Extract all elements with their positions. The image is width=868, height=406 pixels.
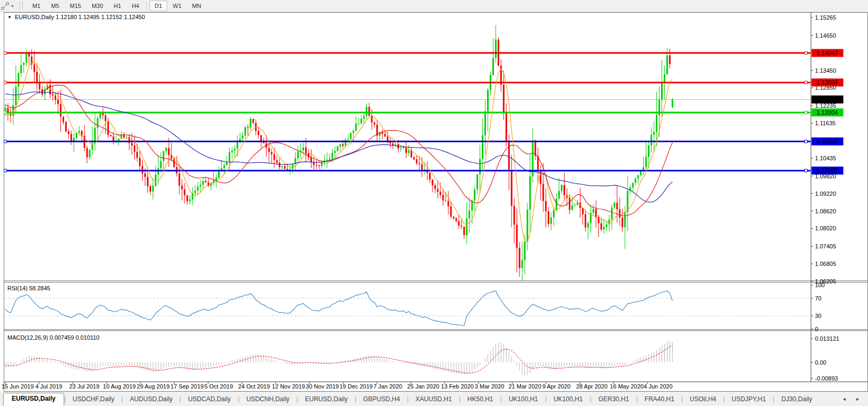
chart-tab-usdcnh-daily[interactable]: USDCNH,Daily — [239, 394, 296, 406]
svg-text:4 Jun 2020: 4 Jun 2020 — [644, 383, 672, 390]
svg-text:28 Apr 2020: 28 Apr 2020 — [576, 383, 607, 390]
svg-text:16 May 2020: 16 May 2020 — [610, 383, 644, 390]
svg-text:3 Mar 2020: 3 Mar 2020 — [475, 383, 505, 390]
chart-window-frame — [4, 13, 868, 392]
chart-collapse-icon[interactable]: ▼ — [7, 15, 12, 20]
svg-text:0.013121: 0.013121 — [815, 335, 839, 342]
hline-handle[interactable] — [4, 81, 7, 84]
chart-tab-usdcad-daily[interactable]: USDCAD,Daily — [181, 394, 238, 406]
svg-text:1.08020: 1.08020 — [815, 225, 836, 231]
tab-scroll-arrows[interactable]: ◄ ► — [838, 396, 868, 406]
svg-text:1.10008: 1.10008 — [817, 167, 838, 174]
chart-tab-audusd-daily[interactable]: AUDUSD,Daily — [123, 394, 180, 406]
svg-text:7 Jan 2020: 7 Jan 2020 — [374, 383, 402, 390]
chart-tab-usdchf-daily[interactable]: USDCHF,Daily — [66, 394, 121, 406]
svg-text:30 Nov 2019: 30 Nov 2019 — [306, 383, 338, 390]
svg-text:1.12450: 1.12450 — [817, 96, 838, 102]
svg-text:1.11635: 1.11635 — [815, 120, 836, 126]
svg-text:1.12235: 1.12235 — [815, 102, 836, 109]
svg-text:1.15265: 1.15265 — [815, 14, 836, 21]
chart-tab-usdjpy-h1[interactable]: USDJPY,H1 — [725, 394, 772, 406]
svg-text:1.10435: 1.10435 — [815, 155, 836, 161]
chart-tab-eurusd-daily[interactable]: EURUSD,Daily — [3, 393, 64, 406]
svg-text:30: 30 — [815, 313, 821, 319]
chart-tab-bar: EURUSD,Daily|USDCHF,Daily|AUDUSD,Daily|U… — [0, 392, 868, 406]
chart-tab-gbpusd-h4[interactable]: GBPUSD,H4 — [357, 394, 407, 406]
svg-text:12 Nov 2019: 12 Nov 2019 — [272, 383, 305, 390]
hline-handle[interactable] — [4, 51, 7, 54]
svg-text:1.11009: 1.11009 — [817, 138, 838, 144]
hline-handle[interactable] — [805, 51, 808, 54]
svg-text:1.13034: 1.13034 — [817, 79, 838, 85]
svg-text:15 Jun 2019: 15 Jun 2019 — [2, 383, 34, 390]
chart-title: EURUSD,Daily 1.12180 1.12495 1.12152 1.1… — [15, 14, 145, 20]
svg-text:5 Oct 2019: 5 Oct 2019 — [204, 383, 233, 390]
svg-text:70: 70 — [815, 295, 821, 301]
chart-tab-uk100-h1[interactable]: UK100,H1 — [546, 394, 589, 406]
svg-text:-0.00893: -0.00893 — [815, 375, 838, 382]
chart-tab-eurusd-daily[interactable]: EURUSD,Daily — [298, 394, 355, 406]
chart-tab-dj30-daily[interactable]: DJ30,Daily — [775, 394, 819, 406]
svg-text:9 Apr 2020: 9 Apr 2020 — [542, 383, 570, 390]
svg-text:1.12004: 1.12004 — [817, 109, 838, 116]
chart-tab-xauusd-h1[interactable]: XAUUSD,H1 — [409, 394, 459, 406]
chart-tab-uk100-h1[interactable]: UK100,H1 — [502, 394, 545, 406]
svg-text:1.14047: 1.14047 — [817, 50, 838, 56]
svg-text:1.07405: 1.07405 — [815, 243, 836, 249]
hline-handle[interactable] — [805, 81, 808, 84]
svg-text:1.14650: 1.14650 — [815, 32, 836, 39]
chart-tab-hk50-h1[interactable]: HK50,H1 — [461, 394, 500, 406]
svg-text:23 Jul 2019: 23 Jul 2019 — [69, 383, 99, 390]
hline-handle[interactable] — [805, 111, 808, 114]
svg-text:1.06805: 1.06805 — [815, 261, 836, 267]
svg-text:19 Dec 2019: 19 Dec 2019 — [340, 383, 372, 390]
hline-handle[interactable] — [4, 169, 7, 172]
svg-text:29 Aug 2019: 29 Aug 2019 — [137, 383, 170, 390]
svg-text:1.08620: 1.08620 — [815, 208, 836, 214]
svg-text:21 Mar 2020: 21 Mar 2020 — [509, 383, 542, 390]
svg-text:0.00: 0.00 — [815, 359, 826, 366]
chart-tab-fra40-h1[interactable]: FRA40,H1 — [638, 394, 681, 406]
svg-text:13 Feb 2020: 13 Feb 2020 — [441, 383, 474, 390]
svg-text:10 Aug 2019: 10 Aug 2019 — [103, 383, 136, 390]
rsi-label: RSI(14) 58.2845 — [7, 285, 50, 291]
chart-tab-usoil-h4[interactable]: USOil,H4 — [683, 394, 723, 406]
svg-text:1.13450: 1.13450 — [815, 67, 836, 74]
svg-text:4 Jul 2019: 4 Jul 2019 — [36, 383, 63, 390]
hline-handle[interactable] — [4, 140, 7, 143]
chart-tab-ger30-h1[interactable]: GER30,H1 — [592, 394, 636, 406]
hline-handle[interactable] — [4, 111, 7, 114]
svg-text:25 Jan 2020: 25 Jan 2020 — [407, 383, 439, 390]
svg-text:1.09220: 1.09220 — [815, 191, 836, 197]
hline-handle[interactable] — [805, 169, 808, 172]
macd-label: MACD(12,26,9) 0.007459 0.010110 — [7, 334, 99, 341]
svg-text:100: 100 — [815, 282, 824, 288]
svg-text:24 Oct 2019: 24 Oct 2019 — [238, 383, 270, 390]
svg-text:17 Sep 2019: 17 Sep 2019 — [171, 383, 204, 390]
hline-handle[interactable] — [805, 140, 808, 143]
chart-scene: 1.152651.146501.134501.128501.122351.116… — [0, 0, 868, 406]
svg-text:0: 0 — [815, 326, 818, 332]
